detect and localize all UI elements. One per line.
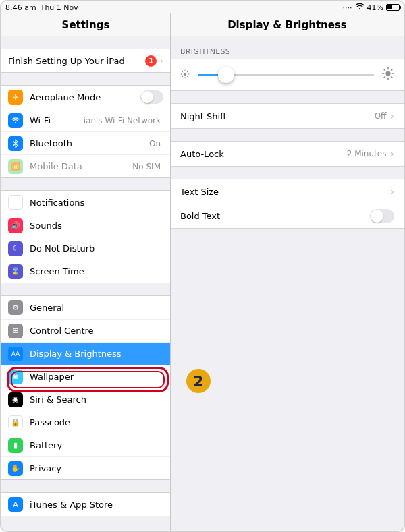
svg-point-0 <box>184 72 186 75</box>
mobile-data-label: Mobile Data <box>30 161 82 171</box>
wifi-label: Wi-Fi <box>30 115 51 125</box>
itunes-row[interactable]: A iTunes & App Store <box>1 493 170 516</box>
svg-line-6 <box>187 76 188 76</box>
mobile-data-row[interactable]: 📶 Mobile Data No SIM <box>1 154 170 177</box>
brightness-header: BRIGHTNESS <box>171 36 404 59</box>
text-size-label: Text Size <box>180 187 219 197</box>
notifications-row[interactable]: ◉ Notifications <box>1 191 170 214</box>
wifi-row[interactable]: Wi-Fi ian's Wi-Fi Network <box>1 109 170 131</box>
auto-lock-value: 2 Minutes <box>347 149 387 158</box>
siri-row[interactable]: ◉ Siri & Search <box>1 388 170 411</box>
aeroplane-label: Aeroplane Mode <box>30 92 101 102</box>
bluetooth-row[interactable]: Bluetooth On <box>1 131 170 154</box>
sounds-row[interactable]: 🔊 Sounds <box>1 214 170 237</box>
screentime-label: Screen Time <box>30 266 84 276</box>
general-row[interactable]: ⚙ General <box>1 296 170 319</box>
sounds-label: Sounds <box>30 220 62 231</box>
control-centre-row[interactable]: ⊞ Control Centre <box>1 319 170 342</box>
passcode-row[interactable]: 🔒 Passcode <box>1 411 170 434</box>
moon-icon: ☾ <box>8 241 23 256</box>
bluetooth-label: Bluetooth <box>30 138 72 148</box>
aeroplane-toggle[interactable] <box>140 90 163 104</box>
settings-sidebar: Settings Finish Setting Up Your iPad 1 ›… <box>1 13 171 531</box>
wallpaper-icon: ❀ <box>8 370 23 384</box>
chevron-right-icon: › <box>159 55 163 66</box>
night-shift-value: Off <box>375 111 387 121</box>
sun-dim-icon <box>180 69 190 82</box>
status-dots: ···· <box>343 3 352 12</box>
mobile-data-icon: 📶 <box>8 159 23 174</box>
general-label: General <box>30 303 64 313</box>
display-brightness-row[interactable]: AA Display & Brightness <box>1 342 170 365</box>
wifi-settings-icon <box>8 113 23 128</box>
svg-point-9 <box>385 71 390 76</box>
control-centre-label: Control Centre <box>30 326 94 336</box>
detail-title: Display & Brightness <box>171 13 404 36</box>
sounds-icon: 🔊 <box>8 218 23 233</box>
mobile-data-value: No SIM <box>132 162 163 171</box>
bold-text-row[interactable]: Bold Text <box>171 204 404 228</box>
aeroplane-row[interactable]: ✈ Aeroplane Mode <box>1 86 170 109</box>
status-battery-pct: 41% <box>367 3 383 12</box>
wallpaper-row[interactable]: ❀ Wallpaper <box>1 365 170 388</box>
setup-label: Finish Setting Up Your iPad <box>8 56 125 66</box>
auto-lock-row[interactable]: Auto-Lock 2 Minutes › <box>171 142 404 166</box>
svg-line-17 <box>391 69 392 71</box>
svg-line-7 <box>182 76 183 76</box>
svg-line-8 <box>187 71 188 71</box>
status-bar: 8:46 am Thu 1 Nov ···· 41% <box>1 1 404 13</box>
wifi-icon <box>355 3 364 12</box>
sun-bright-icon <box>382 67 394 82</box>
sidebar-title: Settings <box>1 13 170 36</box>
svg-line-16 <box>384 76 385 78</box>
bold-text-label: Bold Text <box>180 211 220 221</box>
notifications-label: Notifications <box>30 198 84 208</box>
screentime-row[interactable]: ⌛ Screen Time <box>1 260 170 283</box>
auto-lock-label: Auto-Lock <box>180 149 224 159</box>
night-shift-label: Night Shift <box>180 111 227 121</box>
setup-badge: 1 <box>145 55 157 67</box>
brightness-slider[interactable] <box>198 65 374 84</box>
battery-label: Battery <box>30 440 62 450</box>
notifications-icon: ◉ <box>8 195 23 210</box>
status-date: Thu 1 Nov <box>40 3 78 12</box>
siri-label: Siri & Search <box>30 394 86 405</box>
detail-pane: Display & Brightness BRIGHTNESS <box>171 13 404 531</box>
brightness-slider-row <box>171 59 404 90</box>
privacy-row[interactable]: ✋ Privacy <box>1 456 170 479</box>
wallpaper-label: Wallpaper <box>30 372 74 382</box>
slider-thumb[interactable] <box>218 67 234 83</box>
text-size-icon: AA <box>8 347 23 361</box>
appstore-icon: A <box>8 497 23 512</box>
battery-row[interactable]: ▮ Battery <box>1 434 170 456</box>
dnd-row[interactable]: ☾ Do Not Disturb <box>1 237 170 260</box>
chevron-right-icon: › <box>390 148 394 159</box>
text-size-row[interactable]: Text Size › <box>171 179 404 204</box>
svg-line-14 <box>384 69 385 71</box>
chevron-right-icon: › <box>390 186 394 197</box>
svg-line-15 <box>391 76 392 78</box>
siri-icon: ◉ <box>8 392 23 407</box>
switches-icon: ⊞ <box>8 324 23 338</box>
night-shift-row[interactable]: Night Shift Off › <box>171 104 404 128</box>
itunes-label: iTunes & App Store <box>30 500 113 510</box>
bluetooth-icon <box>8 136 23 151</box>
dnd-label: Do Not Disturb <box>30 243 94 254</box>
wifi-value: ian's Wi-Fi Network <box>84 116 163 125</box>
display-brightness-label: Display & Brightness <box>30 349 122 359</box>
chevron-right-icon: › <box>390 111 394 121</box>
aeroplane-icon: ✈ <box>8 90 23 105</box>
battery-settings-icon: ▮ <box>8 438 23 453</box>
hand-icon: ✋ <box>8 461 23 476</box>
bluetooth-value: On <box>149 139 163 148</box>
privacy-label: Privacy <box>30 463 61 473</box>
gear-icon: ⚙ <box>8 300 23 315</box>
lock-icon: 🔒 <box>8 415 23 430</box>
hourglass-icon: ⌛ <box>8 264 23 279</box>
status-time: 8:46 am <box>5 3 36 12</box>
setup-row[interactable]: Finish Setting Up Your iPad 1 › <box>1 49 170 72</box>
passcode-label: Passcode <box>30 417 70 427</box>
battery-icon <box>386 4 400 11</box>
bold-text-toggle[interactable] <box>370 209 394 223</box>
svg-line-5 <box>182 71 183 71</box>
